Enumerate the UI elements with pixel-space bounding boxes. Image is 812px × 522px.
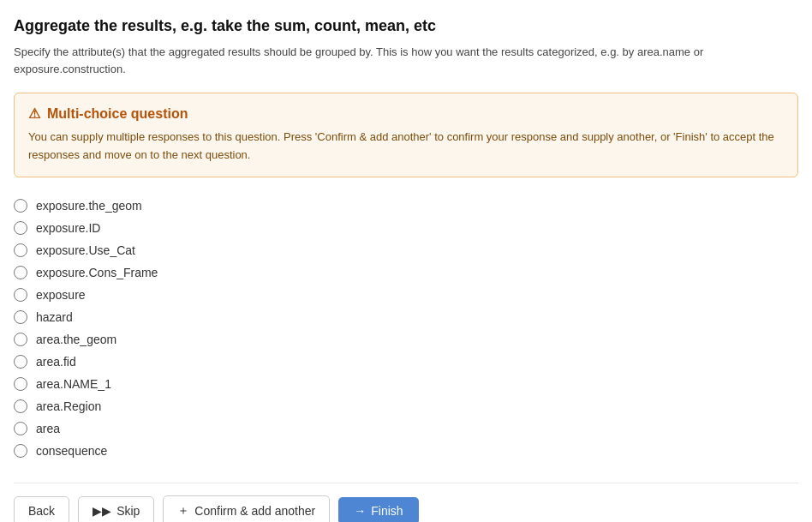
alert-header: ⚠ Multi-choice question xyxy=(28,105,784,122)
confirm-label: Confirm & add another xyxy=(194,504,315,518)
option-label[interactable]: area.fid xyxy=(36,355,76,369)
list-item[interactable]: exposure.Cons_Frame xyxy=(14,261,798,284)
alert-heading: Multi-choice question xyxy=(47,106,188,122)
list-item[interactable]: hazard xyxy=(14,306,798,328)
alert-body: You can supply multiple responses to thi… xyxy=(28,129,784,165)
radio-input[interactable] xyxy=(14,333,27,346)
list-item[interactable]: area xyxy=(14,417,798,440)
option-label[interactable]: area xyxy=(36,422,60,435)
list-item[interactable]: exposure.the_geom xyxy=(14,195,798,217)
list-item[interactable]: area.Region xyxy=(14,395,798,417)
option-label[interactable]: exposure.Cons_Frame xyxy=(36,266,158,279)
list-item[interactable]: exposure.ID xyxy=(14,217,798,239)
finish-label: Finish xyxy=(371,504,403,518)
list-item[interactable]: area.the_geom xyxy=(14,328,798,351)
radio-input[interactable] xyxy=(14,399,27,413)
radio-input[interactable] xyxy=(14,221,27,235)
radio-input[interactable] xyxy=(14,288,27,302)
back-button[interactable]: Back xyxy=(14,496,69,522)
option-label[interactable]: exposure.Use_Cat xyxy=(36,243,135,257)
skip-button[interactable]: ▶▶ Skip xyxy=(78,496,154,522)
footer-actions: Back ▶▶ Skip ＋ Confirm & add another → F… xyxy=(14,483,798,522)
option-label[interactable]: hazard xyxy=(36,310,73,324)
list-item[interactable]: exposure.Use_Cat xyxy=(14,239,798,261)
finish-button[interactable]: → Finish xyxy=(338,497,418,522)
list-item[interactable]: area.fid xyxy=(14,351,798,373)
radio-input[interactable] xyxy=(14,355,27,369)
skip-label: Skip xyxy=(116,504,140,518)
confirm-add-another-button[interactable]: ＋ Confirm & add another xyxy=(163,495,330,522)
list-item[interactable]: exposure xyxy=(14,284,798,306)
radio-input[interactable] xyxy=(14,310,27,324)
option-label[interactable]: exposure xyxy=(36,288,86,302)
radio-input[interactable] xyxy=(14,444,27,458)
radio-input[interactable] xyxy=(14,422,27,435)
page-title: Aggregate the results, e.g. take the sum… xyxy=(14,17,798,35)
list-item[interactable]: area.NAME_1 xyxy=(14,373,798,395)
plus-icon: ＋ xyxy=(177,503,189,519)
warning-icon: ⚠ xyxy=(28,105,40,122)
option-label[interactable]: exposure.the_geom xyxy=(36,199,142,213)
radio-input[interactable] xyxy=(14,377,27,391)
option-label[interactable]: exposure.ID xyxy=(36,221,100,235)
option-label[interactable]: area.Region xyxy=(36,399,101,413)
list-item[interactable]: consequence xyxy=(14,440,798,462)
radio-input[interactable] xyxy=(14,199,27,213)
option-label[interactable]: area.the_geom xyxy=(36,333,116,346)
arrow-icon: → xyxy=(354,504,366,518)
page-subtitle: Specify the attribute(s) that the aggreg… xyxy=(14,44,798,77)
radio-input[interactable] xyxy=(14,266,27,279)
option-label[interactable]: area.NAME_1 xyxy=(36,377,111,391)
skip-icon: ▶▶ xyxy=(93,504,111,518)
option-label[interactable]: consequence xyxy=(36,444,107,458)
multi-choice-alert: ⚠ Multi-choice question You can supply m… xyxy=(14,93,798,177)
radio-input[interactable] xyxy=(14,243,27,257)
options-list: exposure.the_geomexposure.IDexposure.Use… xyxy=(14,195,798,462)
